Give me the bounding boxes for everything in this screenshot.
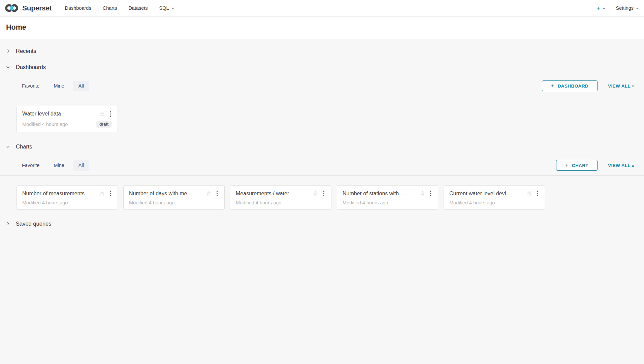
favorite-star-icon[interactable]: ☆ [99, 111, 105, 117]
dashboards-cards-row: Water level data ☆ Modified 4 hours ago … [17, 106, 644, 132]
superset-logo[interactable]: Superset [5, 3, 52, 13]
nav-item-label: Dashboards [65, 5, 91, 11]
card-title[interactable]: Number of days with me... [129, 191, 203, 197]
saved-queries-section-header[interactable]: Saved queries [0, 216, 644, 232]
new-dashboard-button[interactable]: + DASHBOARD [542, 80, 598, 91]
card-title[interactable]: Water level data [22, 111, 96, 117]
card-title[interactable]: Current water level devi... [449, 191, 523, 197]
nav-item-charts[interactable]: Charts [97, 0, 123, 16]
superset-infinity-icon [5, 3, 20, 13]
charts-actions: + CHART VIEW ALL » [556, 160, 635, 171]
kebab-menu-icon[interactable] [322, 190, 326, 197]
chart-card[interactable]: Number of measurements ☆ Modified 4 hour… [17, 185, 118, 210]
plus-icon: + [551, 83, 554, 89]
charts-label: Charts [16, 143, 32, 150]
page-title: Home [6, 23, 639, 32]
caret-down-icon [171, 8, 174, 9]
favorite-star-icon[interactable]: ☆ [206, 190, 212, 197]
dashboards-section-header[interactable]: Dashboards [0, 59, 644, 75]
plus-icon: + [597, 5, 600, 11]
card-title[interactable]: Number of measurements [22, 191, 96, 197]
nav-item-label: SQL [159, 5, 169, 11]
tab-mine[interactable]: Mine [48, 160, 69, 171]
tab-mine[interactable]: Mine [48, 81, 69, 91]
favorite-star-icon[interactable]: ☆ [99, 190, 105, 197]
dashboards-submenu: Favorite Mine All + DASHBOARD VIEW ALL » [0, 79, 644, 96]
draft-status-badge: draft [96, 121, 112, 128]
new-item-dropdown[interactable]: + [594, 5, 608, 11]
favorite-star-icon[interactable]: ☆ [313, 190, 318, 197]
nav-menu: Dashboards Charts Datasets SQL [59, 0, 180, 16]
tab-favorite[interactable]: Favorite [17, 81, 45, 91]
dashboards-view-all-link[interactable]: VIEW ALL » [608, 84, 635, 89]
tab-all[interactable]: All [73, 160, 89, 171]
plus-icon: + [565, 162, 569, 168]
brand-name: Superset [22, 4, 52, 12]
charts-submenu: Favorite Mine All + CHART VIEW ALL » [0, 159, 644, 176]
new-dashboard-label: DASHBOARD [558, 84, 588, 89]
charts-section: Charts Favorite Mine All + CHART VIEW AL… [0, 138, 644, 210]
card-modified-text: Modified 4 hours ago [343, 200, 432, 205]
page-header: Home [0, 17, 644, 39]
kebab-menu-icon[interactable] [108, 110, 112, 118]
dashboards-label: Dashboards [16, 64, 46, 70]
new-chart-label: CHART [572, 163, 588, 168]
caret-down-icon [636, 8, 639, 9]
chevron-down-icon [6, 145, 10, 148]
favorite-star-icon[interactable]: ☆ [526, 190, 532, 197]
card-title[interactable]: Measurements / water [236, 191, 310, 197]
nav-item-sql[interactable]: SQL [154, 0, 180, 16]
settings-dropdown[interactable]: Settings [614, 5, 641, 11]
charts-filter-tabs: Favorite Mine All [17, 160, 89, 171]
kebab-menu-icon[interactable] [429, 190, 433, 197]
chart-card[interactable]: Current water level devi... ☆ Modified 4… [444, 185, 545, 210]
dashboards-section: Dashboards Favorite Mine All + DASHBOARD… [0, 59, 644, 132]
chart-card[interactable]: Measurements / water ☆ Modified 4 hours … [230, 185, 331, 210]
chart-card[interactable]: Number of days with me... ☆ Modified 4 h… [123, 185, 225, 210]
nav-item-label: Datasets [128, 5, 148, 11]
card-modified-text: Modified 4 hours ago [22, 122, 96, 127]
card-modified-text: Modified 4 hours ago [22, 200, 112, 205]
card-modified-text: Modified 4 hours ago [129, 200, 219, 205]
home-content: Recents Dashboards Favorite Mine All + D… [0, 39, 644, 232]
kebab-menu-icon[interactable] [536, 190, 540, 197]
tab-all[interactable]: All [73, 81, 89, 91]
dashboards-actions: + DASHBOARD VIEW ALL » [542, 80, 635, 91]
nav-item-label: Charts [103, 5, 117, 11]
chevron-down-icon [6, 65, 10, 69]
kebab-menu-icon[interactable] [215, 190, 219, 197]
new-chart-button[interactable]: + CHART [556, 160, 598, 171]
nav-item-dashboards[interactable]: Dashboards [59, 0, 97, 16]
card-modified-text: Modified 4 hours ago [236, 200, 326, 205]
charts-view-all-link[interactable]: VIEW ALL » [608, 163, 635, 168]
caret-down-icon [603, 8, 605, 9]
chevron-right-icon [6, 49, 10, 53]
nav-item-datasets[interactable]: Datasets [123, 0, 153, 16]
card-title[interactable]: Number of stations with ... [343, 191, 417, 197]
kebab-menu-icon[interactable] [108, 190, 112, 197]
favorite-star-icon[interactable]: ☆ [419, 190, 425, 197]
card-modified-text: Modified 4 hours ago [449, 200, 539, 205]
saved-queries-label: Saved queries [16, 221, 52, 227]
tab-favorite[interactable]: Favorite [17, 160, 45, 171]
recents-section-header[interactable]: Recents [0, 43, 644, 59]
recents-label: Recents [16, 48, 36, 54]
chevron-right-icon [6, 222, 10, 226]
chart-card[interactable]: Number of stations with ... ☆ Modified 4… [337, 185, 438, 210]
navbar-right: + Settings [594, 5, 641, 11]
dashboards-filter-tabs: Favorite Mine All [17, 81, 89, 91]
top-navbar: Superset Dashboards Charts Datasets SQL … [0, 0, 644, 17]
dashboard-card[interactable]: Water level data ☆ Modified 4 hours ago … [17, 106, 118, 132]
charts-cards-row: Number of measurements ☆ Modified 4 hour… [17, 185, 644, 210]
settings-label: Settings [616, 5, 634, 11]
charts-section-header[interactable]: Charts [0, 138, 644, 155]
